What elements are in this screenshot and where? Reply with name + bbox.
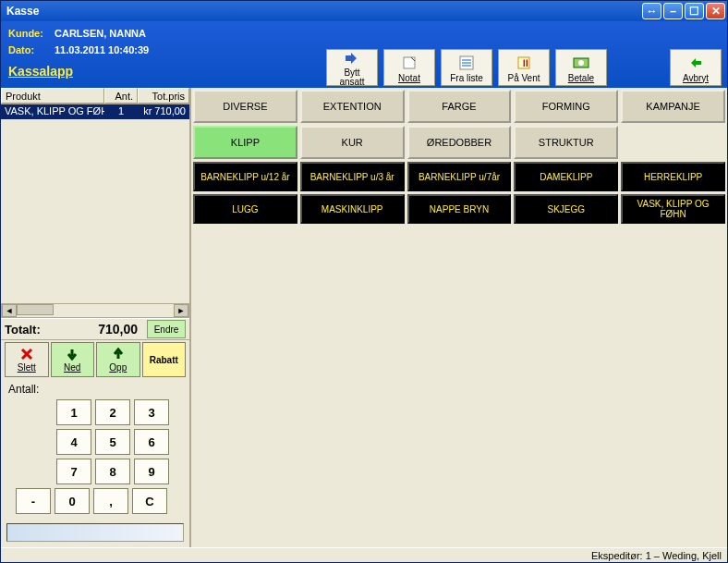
amount-input[interactable] — [6, 523, 184, 542]
key-3[interactable]: 3 — [134, 399, 169, 425]
avbryt-button[interactable]: Avbryt — [670, 49, 722, 86]
keypad: 1 2 3 4 5 6 7 8 9 — [1, 396, 189, 488]
minimize-button[interactable]: – — [663, 3, 683, 19]
bytt-label2: ansatt — [339, 77, 364, 87]
svc-maskinklipp[interactable]: MASKINKLIPP — [300, 194, 405, 224]
endre-button[interactable]: Endre — [147, 320, 186, 338]
category-grid: DIVERSE EXTENTION FARGE FORMING KAMPANJE… — [193, 90, 725, 159]
section-title: Kassalapp — [8, 64, 73, 79]
arrow-down-icon — [66, 347, 79, 361]
key-clear[interactable]: C — [132, 488, 167, 514]
scroll-left-icon[interactable]: ◄ — [2, 304, 17, 317]
key-1[interactable]: 1 — [56, 399, 91, 425]
date-value: 11.03.2011 10:40:39 — [55, 44, 149, 55]
rewind-button[interactable]: ↔ — [642, 3, 661, 19]
customer-name: CARLSEN, NANNA — [55, 28, 146, 39]
slett-button[interactable]: Slett — [5, 342, 49, 377]
left-panel: Produkt Ant. Tot.pris VASK, KLIPP OG FØH… — [1, 88, 191, 547]
svc-vask-klipp-fohn[interactable]: VASK, KLIPP OG FØHN — [621, 194, 725, 224]
qty-row: Antall: — [1, 379, 189, 396]
key-5[interactable]: 5 — [95, 429, 130, 455]
bytt-ansatt-button[interactable]: Bytt ansatt — [326, 49, 378, 86]
main: Produkt Ant. Tot.pris VASK, KLIPP OG FØH… — [1, 88, 727, 547]
svc-barneklipp-12[interactable]: BARNEKLIPP u/12 år — [193, 162, 297, 191]
category-klipp[interactable]: KLIPP — [193, 126, 297, 159]
opp-button[interactable]: Opp — [96, 342, 140, 377]
customer-label: Kunde: — [8, 28, 55, 39]
key-0[interactable]: 0 — [55, 488, 90, 514]
right-panel: DIVERSE EXTENTION FARGE FORMING KAMPANJE… — [191, 88, 727, 547]
key-9[interactable]: 9 — [134, 459, 169, 484]
titlebar: Kasse ↔ – ☐ ✕ — [1, 1, 727, 21]
close-button[interactable]: ✕ — [706, 3, 725, 19]
maximize-button[interactable]: ☐ — [685, 3, 704, 19]
col-qty[interactable]: Ant. — [104, 88, 138, 104]
date-label: Dato: — [8, 44, 55, 55]
key-4[interactable]: 4 — [56, 429, 91, 455]
product-list-header: Produkt Ant. Tot.pris — [1, 88, 189, 104]
cancel-icon — [688, 55, 703, 71]
service-grid: BARNEKLIPP u/12 år BARNEKLIPP u/3 år BAR… — [193, 162, 725, 224]
fra-liste-button[interactable]: Fra liste — [441, 49, 492, 86]
key-8[interactable]: 8 — [95, 459, 130, 484]
betale-button[interactable]: Betale — [555, 49, 607, 86]
key-2[interactable]: 2 — [95, 399, 130, 425]
category-struktur[interactable]: STRUKTUR — [514, 126, 618, 159]
category-diverse[interactable]: DIVERSE — [193, 90, 297, 123]
pay-icon — [573, 55, 589, 71]
status-text: Ekspeditør: 1 – Weding, Kjell — [591, 550, 722, 561]
keypad-bottom: - 0 , C — [1, 488, 189, 518]
svc-lugg[interactable]: LUGG — [193, 194, 297, 224]
category-forming[interactable]: FORMING — [514, 90, 618, 123]
total-label: Totalt: — [5, 323, 41, 337]
ned-button[interactable]: Ned — [51, 342, 95, 377]
scroll-thumb[interactable] — [17, 304, 54, 315]
category-kampanje[interactable]: KAMPANJE — [621, 90, 725, 123]
action-row: Slett Ned Opp Rabatt — [1, 340, 189, 379]
svc-skjegg[interactable]: SKJEGG — [514, 194, 618, 224]
total-row: Totalt: 710,00 Endre — [1, 318, 189, 340]
key-7[interactable]: 7 — [56, 459, 91, 484]
note-icon — [402, 55, 417, 71]
pa-vent-button[interactable]: ⏸ På Vent — [498, 49, 550, 86]
col-product[interactable]: Produkt — [1, 88, 104, 104]
key-minus[interactable]: - — [16, 488, 51, 514]
horizontal-scrollbar[interactable]: ◄ ► — [1, 303, 189, 318]
col-total[interactable]: Tot.pris — [138, 88, 189, 104]
list-icon — [459, 55, 474, 71]
rabatt-button[interactable]: Rabatt — [142, 342, 187, 377]
svc-nappe-bryn[interactable]: NAPPE BRYN — [407, 194, 512, 224]
notat-button[interactable]: Notat — [383, 49, 435, 86]
category-kur[interactable]: KUR — [300, 126, 405, 159]
scroll-right-icon[interactable]: ► — [174, 304, 188, 317]
window-title: Kasse — [6, 5, 640, 18]
delete-icon — [20, 347, 33, 361]
svg-point-8 — [578, 60, 584, 66]
toolbar: Bytt ansatt Notat Fra liste ⏸ På Vent B — [326, 49, 722, 86]
category-oredobber[interactable]: ØREDOBBER — [407, 126, 512, 159]
swap-icon — [344, 51, 360, 66]
header: Kunde: CARLSEN, NANNA Dato: 11.03.2011 1… — [1, 21, 727, 88]
svc-dameklipp[interactable]: DAMEKLIPP — [514, 162, 618, 191]
svc-barneklipp-3[interactable]: BARNEKLIPP u/3 år — [300, 162, 405, 191]
key-6[interactable]: 6 — [134, 429, 169, 455]
category-farge[interactable]: FARGE — [407, 90, 512, 123]
product-list[interactable]: VASK, KLIPP OG FØHN 1 kr 710,00 — [1, 104, 189, 303]
svc-herreklipp[interactable]: HERREKLIPP — [621, 162, 725, 191]
arrow-up-icon — [112, 347, 125, 361]
svg-text:⏸: ⏸ — [520, 57, 530, 68]
category-extention[interactable]: EXTENTION — [300, 90, 405, 123]
qty-label: Antall: — [8, 383, 39, 396]
total-value: 710,00 — [44, 322, 143, 337]
status-bar: Ekspeditør: 1 – Weding, Kjell — [1, 547, 727, 562]
pause-icon: ⏸ — [516, 55, 531, 71]
key-comma[interactable]: , — [93, 488, 128, 514]
product-row[interactable]: VASK, KLIPP OG FØHN 1 kr 710,00 — [1, 104, 189, 119]
svc-barneklipp-7[interactable]: BARNEKLIPP u/7år — [407, 162, 512, 191]
